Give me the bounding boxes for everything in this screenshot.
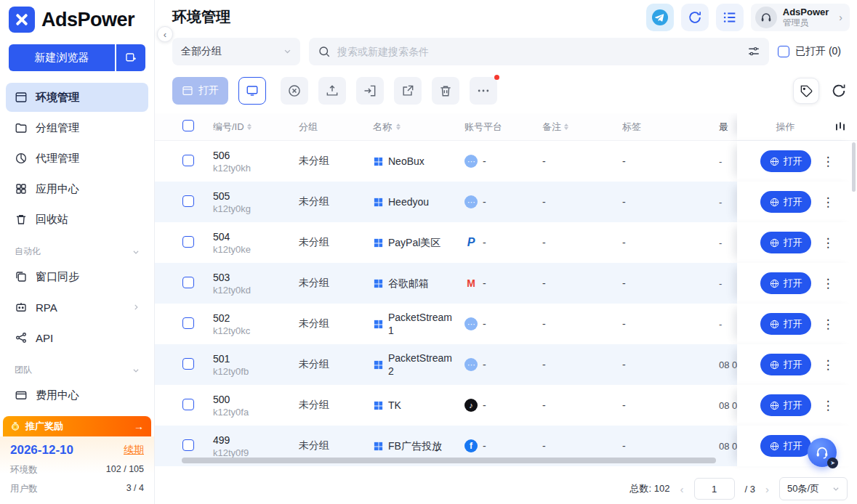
sidebar-item-api[interactable]: API — [6, 323, 148, 352]
referral-banner[interactable]: 推广奖励 → — [3, 416, 151, 436]
cell-actions: 打开 ⋮ — [737, 385, 857, 426]
sidebar-item-recycle-bin[interactable]: 回收站 — [6, 205, 148, 234]
sidebar-item-groups[interactable]: 分组管理 — [6, 113, 148, 142]
cell-note: - — [542, 277, 622, 289]
row-checkbox[interactable] — [182, 277, 194, 288]
column-note[interactable]: 备注 — [542, 121, 622, 134]
sidebar-item-app-center[interactable]: 应用中心 — [6, 174, 148, 203]
opened-checkbox[interactable] — [778, 46, 789, 57]
open-environment-button[interactable]: 打开 — [760, 150, 811, 172]
export-upload-button[interactable] — [318, 77, 346, 105]
renew-link[interactable]: 续期 — [124, 444, 144, 457]
task-list-button[interactable] — [716, 4, 744, 31]
sidebar-item-window-sync[interactable]: 窗口同步 — [6, 262, 148, 291]
row-checkbox[interactable] — [182, 155, 194, 166]
sidebar-collapse-button[interactable]: ‹ — [157, 26, 173, 42]
row-checkbox[interactable] — [182, 358, 194, 370]
row-checkbox[interactable] — [182, 195, 194, 207]
sort-icon[interactable] — [564, 123, 568, 130]
open-in-window-button[interactable] — [238, 77, 266, 105]
sidebar-bottom-panel: 推广奖励 → 2026-12-10 续期 环境数 102 / 105 用户数 3… — [0, 416, 154, 504]
sidebar-item-billing-center[interactable]: 费用中心 — [6, 381, 148, 410]
select-all-checkbox[interactable] — [182, 120, 194, 131]
open-environment-button[interactable]: 打开 — [760, 435, 811, 457]
telegram-button[interactable] — [646, 4, 674, 31]
open-environment-button[interactable]: 打开 — [760, 232, 811, 253]
open-environment-button[interactable]: 打开 — [760, 394, 811, 416]
platform-icon: P — [464, 236, 478, 249]
brand-name: AdsPower — [41, 9, 134, 31]
windows-os-icon — [373, 197, 384, 208]
close-all-button[interactable] — [281, 77, 308, 105]
account-menu[interactable]: AdsPower 管理员 › — [751, 4, 850, 31]
sort-icon[interactable] — [247, 123, 252, 130]
import-button[interactable] — [356, 77, 384, 105]
open-environment-button[interactable]: 打开 — [760, 313, 811, 335]
column-id[interactable]: 编号/ID — [213, 121, 299, 134]
sidebar-item-rpa[interactable]: RPA — [6, 293, 148, 322]
open-environment-button[interactable]: 打开 — [760, 354, 811, 375]
vertical-scrollbar[interactable] — [852, 142, 856, 192]
cell-tag: - — [622, 318, 719, 330]
row-more-menu[interactable]: ⋮ — [822, 277, 834, 290]
row-checkbox[interactable] — [182, 399, 194, 410]
column-settings-icon[interactable] — [834, 121, 847, 134]
globe-icon — [769, 441, 780, 452]
row-checkbox[interactable] — [182, 236, 194, 248]
sidebar-item-proxies[interactable]: 代理管理 — [6, 144, 148, 173]
chevron-right-icon — [132, 304, 140, 311]
search-input[interactable] — [337, 46, 741, 57]
chevron-down-icon — [832, 485, 840, 492]
open-environment-button[interactable]: 打开 — [760, 272, 811, 294]
next-page-button[interactable]: › — [765, 483, 769, 495]
cell-group: 未分组 — [299, 439, 373, 452]
toolbar-right — [793, 78, 847, 104]
cell-id: 504 k12ty0ke — [213, 231, 299, 255]
page-input[interactable] — [694, 478, 735, 500]
column-actions: 操作 — [737, 113, 857, 140]
support-chat-button[interactable]: ➤ — [808, 438, 837, 467]
row-checkbox[interactable] — [182, 439, 194, 451]
trash-icon — [438, 84, 453, 98]
row-more-menu[interactable]: ⋮ — [822, 359, 834, 371]
ellipsis-icon — [476, 84, 491, 98]
tag-manager-button[interactable] — [793, 78, 819, 104]
section-automation[interactable]: 自动化 — [0, 235, 154, 261]
chat-badge-icon: ➤ — [827, 458, 838, 468]
section-team[interactable]: 团队 — [0, 354, 154, 379]
trash-icon — [15, 213, 28, 226]
row-more-menu[interactable]: ⋮ — [822, 399, 834, 412]
row-more-menu[interactable]: ⋮ — [822, 318, 834, 330]
cell-platform: M - — [464, 277, 542, 290]
cell-note: - — [542, 440, 622, 452]
group-filter-select[interactable]: 全部分组 — [172, 38, 300, 65]
new-browser-quick-icon[interactable] — [116, 44, 145, 71]
sidebar-item-environments[interactable]: 环境管理 — [6, 83, 148, 112]
cell-actions: 打开 ⋮ — [737, 426, 857, 466]
column-name[interactable]: 名称 — [373, 121, 464, 134]
open-environment-button[interactable]: 打开 — [760, 191, 811, 213]
opened-filter[interactable]: 已打开 (0) — [778, 45, 845, 58]
row-more-menu[interactable]: ⋮ — [822, 237, 834, 249]
cell-name: NeoBux — [373, 155, 464, 168]
refresh-table-button[interactable] — [831, 83, 847, 99]
filter-sliders-icon[interactable] — [747, 45, 760, 58]
table-header: 编号/ID 分组 名称 账号平台 备注 标签 最 操作 — [155, 113, 857, 141]
sort-icon[interactable] — [396, 123, 401, 130]
page-size-select[interactable]: 50条/页 — [779, 477, 848, 500]
row-more-menu[interactable]: ⋮ — [822, 196, 834, 208]
share-export-button[interactable] — [394, 77, 422, 105]
bulk-open-button[interactable]: 打开 — [172, 77, 228, 105]
row-checkbox[interactable] — [182, 317, 194, 329]
sync-button[interactable] — [681, 4, 709, 31]
filter-bar: 全部分组 已打开 (0) — [155, 34, 857, 68]
import-icon — [363, 84, 377, 98]
delete-button[interactable] — [432, 77, 459, 105]
row-more-menu[interactable]: ⋮ — [822, 155, 834, 168]
horizontal-scrollbar[interactable] — [182, 458, 716, 463]
cell-actions: 打开 ⋮ — [737, 182, 857, 222]
cell-tag: - — [622, 277, 719, 289]
prev-page-button[interactable]: ‹ — [680, 483, 684, 495]
more-actions-button[interactable] — [470, 77, 497, 105]
new-browser-button[interactable]: 新建浏览器 — [9, 44, 115, 71]
